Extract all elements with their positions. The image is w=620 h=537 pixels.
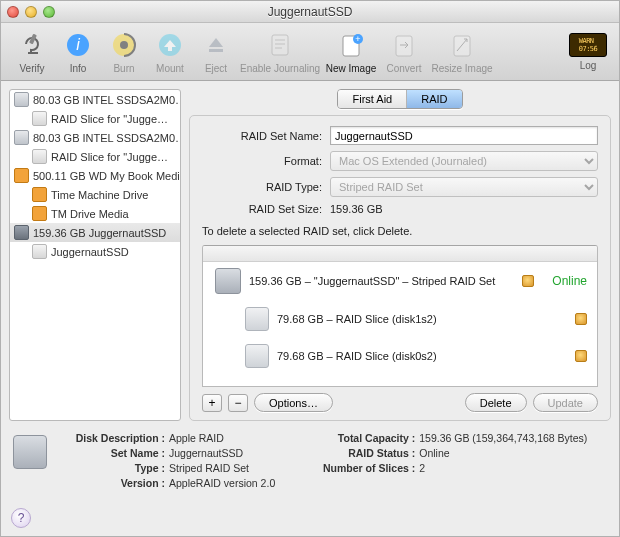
list-header [203, 246, 597, 262]
help-button[interactable]: ? [11, 508, 31, 528]
window-title: JuggernautSSD [1, 5, 619, 19]
svg-rect-6 [209, 49, 223, 52]
verify-button[interactable]: Verify [9, 30, 55, 74]
convert-icon [389, 30, 419, 60]
remove-button[interactable]: − [228, 394, 248, 412]
raid-members-list[interactable]: 159.36 GB – "JuggernautSSD" – Striped RA… [202, 245, 598, 387]
internal-disk-icon [14, 130, 29, 145]
convert-button[interactable]: Convert [381, 30, 427, 74]
tab-first-aid[interactable]: First Aid [338, 90, 407, 108]
svg-text:i: i [76, 36, 80, 53]
sidebar-item-volume[interactable]: TM Drive Media [10, 204, 180, 223]
external-volume-icon [32, 206, 47, 221]
info-button[interactable]: i Info [55, 30, 101, 74]
resize-image-button[interactable]: Resize Image [427, 30, 497, 74]
status-badge: Online [552, 274, 587, 288]
log-icon: WARN07:56 [569, 33, 607, 57]
resize-image-icon [447, 30, 477, 60]
tab-bar: First Aid RAID [189, 89, 611, 109]
disk-icon [245, 344, 269, 368]
sidebar-item-volume[interactable]: Time Machine Drive [10, 185, 180, 204]
toolbar: Verify i Info Burn Mount Eject Enable Jo… [1, 23, 619, 81]
delete-button[interactable]: Delete [465, 393, 527, 412]
new-image-button[interactable]: + New Image [321, 30, 381, 74]
raid-set-icon [14, 225, 29, 240]
raid-panel: RAID Set Name: Format: Mac OS Extended (… [189, 115, 611, 421]
raid-name-label: RAID Set Name: [202, 130, 322, 142]
disk-sidebar[interactable]: 80.03 GB INTEL SSDSA2M0… RAID Slice for … [9, 89, 181, 421]
raid-set-icon [13, 435, 47, 469]
log-button[interactable]: WARN07:56 Log [565, 33, 611, 71]
new-image-icon: + [336, 30, 366, 60]
eject-icon [201, 30, 231, 60]
volume-icon [32, 149, 47, 164]
hint-text: To delete a selected RAID set, click Del… [202, 225, 598, 237]
svg-rect-11 [396, 36, 412, 56]
sidebar-item-disk[interactable]: 500.11 GB WD My Book Medi [10, 166, 180, 185]
mount-icon [155, 30, 185, 60]
add-button[interactable]: + [202, 394, 222, 412]
info-footer: Disk Description :Apple RAID Set Name :J… [1, 421, 619, 497]
raid-size-label: RAID Set Size: [202, 203, 322, 215]
lock-icon [575, 350, 587, 362]
journaling-icon [265, 30, 295, 60]
raid-stack-icon [215, 268, 241, 294]
burn-icon [109, 30, 139, 60]
disk-icon [245, 307, 269, 331]
lock-icon [575, 313, 587, 325]
info-icon: i [63, 30, 93, 60]
format-select[interactable]: Mac OS Extended (Journaled) [330, 151, 598, 171]
raid-type-label: RAID Type: [202, 181, 322, 193]
burn-button[interactable]: Burn [101, 30, 147, 74]
options-button[interactable]: Options… [254, 393, 333, 412]
svg-text:+: + [355, 34, 360, 44]
raid-set-row[interactable]: 159.36 GB – "JuggernautSSD" – Striped RA… [203, 262, 597, 301]
titlebar: JuggernautSSD [1, 1, 619, 23]
raid-size-value: 159.36 GB [330, 203, 383, 215]
sidebar-item-disk[interactable]: 80.03 GB INTEL SSDSA2M0… [10, 90, 180, 109]
update-button[interactable]: Update [533, 393, 598, 412]
raid-slice-row[interactable]: 79.68 GB – RAID Slice (disk1s2) [203, 301, 597, 338]
sidebar-item-volume[interactable]: RAID Slice for "Jugge… [10, 147, 180, 166]
svg-rect-12 [454, 36, 470, 56]
svg-rect-7 [272, 35, 288, 55]
mount-button[interactable]: Mount [147, 30, 193, 74]
volume-icon [32, 244, 47, 259]
external-volume-icon [32, 187, 47, 202]
external-disk-icon [14, 168, 29, 183]
format-label: Format: [202, 155, 322, 167]
volume-icon [32, 111, 47, 126]
eject-button[interactable]: Eject [193, 30, 239, 74]
raid-type-select[interactable]: Striped RAID Set [330, 177, 598, 197]
sidebar-item-disk[interactable]: 80.03 GB INTEL SSDSA2M0… [10, 128, 180, 147]
sidebar-item-raid[interactable]: 159.36 GB JuggernautSSD [10, 223, 180, 242]
sidebar-item-volume[interactable]: JuggernautSSD [10, 242, 180, 261]
raid-name-input[interactable] [330, 126, 598, 145]
enable-journaling-button[interactable]: Enable Journaling [239, 30, 321, 74]
svg-point-4 [120, 41, 128, 49]
sidebar-item-volume[interactable]: RAID Slice for "Jugge… [10, 109, 180, 128]
internal-disk-icon [14, 92, 29, 107]
microscope-icon [17, 30, 47, 60]
raid-slice-row[interactable]: 79.68 GB – RAID Slice (disk0s2) [203, 338, 597, 375]
tab-raid[interactable]: RAID [407, 90, 461, 108]
lock-icon [522, 275, 534, 287]
